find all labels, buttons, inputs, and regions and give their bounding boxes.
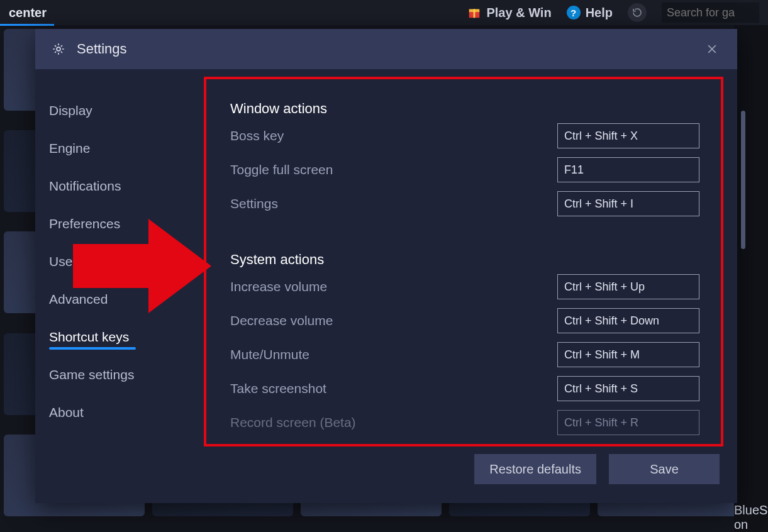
shortcut-label: Take screenshot (230, 381, 326, 396)
reload-icon[interactable] (628, 3, 647, 22)
sidebar-item-advanced[interactable]: Advanced (49, 280, 108, 318)
help-link[interactable]: ? Help (567, 6, 613, 20)
shortcut-input-fullscreen[interactable] (557, 157, 699, 182)
topbar-left-text: center (9, 6, 47, 20)
shortcut-label: Mute/Unmute (230, 347, 309, 362)
shortcut-row: Settings (230, 191, 699, 216)
sidebar-item-label: Notifications (49, 179, 121, 193)
shortcut-label: Decrease volume (230, 313, 333, 328)
sidebar-item-label: Preferences (49, 216, 120, 231)
sidebar-item-label: Advanced (49, 292, 108, 306)
sidebar-item-label: Engine (49, 141, 90, 155)
section-title-system-actions: System actions (230, 252, 699, 268)
shortcut-label: Increase volume (230, 279, 327, 294)
sidebar-item-user[interactable]: User (49, 243, 77, 280)
shortcut-input-decrease-volume[interactable] (557, 308, 699, 333)
gift-icon (467, 6, 481, 19)
shortcut-label: Toggle full screen (230, 162, 333, 177)
sidebar-item-preferences[interactable]: Preferences (49, 205, 120, 243)
search-input[interactable] (662, 3, 759, 23)
shortcut-row: Take screenshot (230, 376, 699, 401)
shortcut-row: Boss key (230, 123, 699, 148)
shortcut-row: Record screen (Beta) (230, 410, 699, 435)
play-win-link[interactable]: Play & Win (467, 6, 551, 20)
shortcut-label: Boss key (230, 128, 284, 143)
sidebar-item-game-settings[interactable]: Game settings (49, 356, 134, 394)
sidebar-item-label: About (49, 405, 84, 419)
modal-title: Settings (77, 41, 127, 57)
sidebar-item-label: Shortcut keys (49, 330, 129, 344)
sidebar-item-engine[interactable]: Engine (49, 130, 90, 167)
restore-defaults-button[interactable]: Restore defaults (474, 454, 596, 484)
settings-content: Window actions Boss key Toggle full scre… (200, 69, 737, 503)
help-label: Help (586, 6, 613, 20)
save-button[interactable]: Save (609, 454, 720, 484)
shortcut-row: Mute/Unmute (230, 342, 699, 367)
shortcut-input-increase-volume[interactable] (557, 274, 699, 299)
svg-rect-2 (474, 9, 476, 18)
shortcut-input-screenshot[interactable] (557, 376, 699, 401)
sidebar-item-label: Display (49, 103, 92, 118)
section-title-window-actions: Window actions (230, 101, 699, 117)
shortcut-row: Increase volume (230, 274, 699, 299)
sidebar-item-notifications[interactable]: Notifications (49, 167, 121, 205)
close-button[interactable] (703, 40, 721, 58)
shortcut-label: Record screen (Beta) (230, 415, 356, 430)
app-topbar: center Play & Win ? Help (0, 0, 768, 25)
shortcut-label: Settings (230, 196, 278, 211)
shortcut-input-mute[interactable] (557, 342, 699, 367)
sidebar-item-shortcut-keys[interactable]: Shortcut keys (49, 318, 129, 356)
modal-header: Settings (35, 29, 737, 69)
scrollbar-thumb[interactable] (741, 111, 745, 249)
play-win-label: Play & Win (486, 6, 551, 20)
settings-footer: Restore defaults Save (204, 446, 723, 492)
shortcut-row: Toggle full screen (230, 157, 699, 182)
settings-sidebar: Display Engine Notifications Preferences… (35, 69, 200, 503)
sidebar-item-display[interactable]: Display (49, 92, 92, 130)
sidebar-item-about[interactable]: About (49, 394, 84, 431)
settings-modal: Settings Display Engine Notifications Pr… (35, 29, 737, 503)
svg-point-3 (57, 47, 60, 51)
shortcut-input-record[interactable] (557, 410, 699, 435)
help-icon: ? (567, 6, 581, 19)
shortcut-row: Decrease volume (230, 308, 699, 333)
shortcut-input-settings[interactable] (557, 191, 699, 216)
sidebar-item-label: User (49, 254, 77, 269)
shortcut-input-boss-key[interactable] (557, 123, 699, 148)
right-caption: BlueStacks on (734, 25, 768, 532)
gear-icon (52, 42, 65, 56)
highlight-frame: Window actions Boss key Toggle full scre… (204, 77, 723, 446)
sidebar-item-label: Game settings (49, 367, 134, 382)
